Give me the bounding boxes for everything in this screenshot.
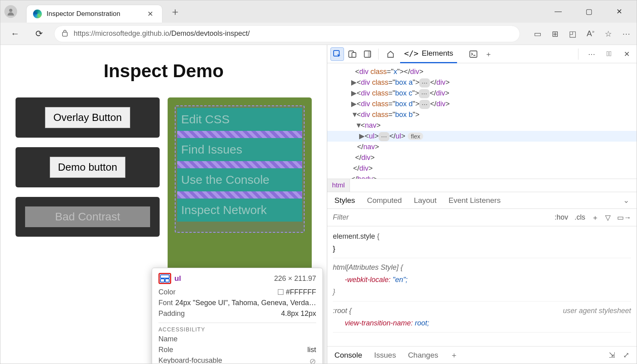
more-tabs-button[interactable]: ＋: [482, 47, 495, 61]
dom-tree[interactable]: <div class="x"></div> ▶<div class="box a…: [327, 63, 637, 179]
drawer-dock-icon[interactable]: ⇲: [609, 350, 615, 360]
styles-filter-row: :hov .cls ＋ ▽ ▭→: [327, 209, 637, 226]
computed-tab[interactable]: Computed: [367, 196, 402, 205]
breadcrumb-item[interactable]: html: [327, 179, 350, 192]
layout-tab[interactable]: Layout: [414, 196, 436, 205]
browser-toolbar: ← ⟳ https://microsoftedge.github.io/Demo…: [0, 23, 637, 45]
tt-color-value: #FFFFFF: [286, 288, 316, 296]
drawer-add-icon[interactable]: ＋: [450, 350, 458, 360]
minimize-button[interactable]: ―: [551, 5, 566, 18]
svg-rect-7: [352, 53, 356, 57]
svg-rect-4: [165, 279, 169, 282]
elements-tab[interactable]: </> Elements: [400, 45, 457, 63]
nav-box: Edit CSS Find Issues Use the Console Ins…: [168, 97, 312, 284]
devtools-panel: </> Elements ＋ ⋯ ？⃝ ✕ <div class="x"></d…: [327, 45, 637, 364]
inspect-element-button[interactable]: [330, 47, 344, 61]
dom-breadcrumb[interactable]: html: [327, 179, 637, 192]
close-button[interactable]: ✕: [612, 5, 626, 18]
collections-icon[interactable]: ◰: [569, 29, 576, 39]
responsive-icon[interactable]: ▭: [534, 29, 541, 39]
browser-titlebar: Inspector Demonstration ✕ ＋ ― ▢ ✕: [0, 0, 637, 23]
inspect-tooltip: ul 226 × 211.97 Color#FFFFFF Font24px "S…: [152, 268, 323, 364]
box-demo: Demo button: [16, 147, 160, 187]
drawer-issues-tab[interactable]: Issues: [374, 351, 396, 360]
styles-filter-input[interactable]: [327, 213, 549, 222]
paint-icon[interactable]: ▽: [605, 213, 611, 222]
tt-acc-role-value: list: [307, 346, 316, 354]
drawer-expand-icon[interactable]: ⤢: [623, 350, 629, 360]
nav-item[interactable]: Find Issues: [177, 138, 302, 161]
computed-toggle-icon[interactable]: ▭→: [617, 213, 631, 222]
welcome-tab[interactable]: [383, 46, 399, 62]
nav-item[interactable]: Edit CSS: [177, 108, 302, 131]
cls-toggle[interactable]: .cls: [574, 213, 585, 222]
ul-highlight[interactable]: Edit CSS Find Issues Use the Console Ins…: [175, 105, 305, 233]
maximize-button[interactable]: ▢: [582, 5, 596, 18]
tt-padding-value: 4.8px 12px: [281, 309, 316, 318]
new-rule-icon[interactable]: ＋: [592, 213, 599, 222]
page-title: Inspect Demo: [16, 60, 312, 82]
tt-acc-kf: Keyboard-focusable: [158, 356, 222, 364]
chevron-down-icon[interactable]: ⌄: [623, 196, 629, 205]
tt-color-label: Color: [158, 288, 176, 296]
flex-gap-indicator: [177, 191, 302, 199]
tt-font-value: 24px "Segoe UI", Tahoma, Geneva, Verda…: [175, 299, 316, 307]
nav-item[interactable]: Inspect Network: [177, 199, 302, 222]
tt-accessibility-header: ACCESSIBILITY: [158, 323, 316, 333]
svg-rect-3: [160, 279, 164, 282]
address-bar[interactable]: https://microsoftedge.github.io/Demos/de…: [55, 26, 520, 42]
lock-icon: [62, 29, 68, 38]
favorites-icon[interactable]: ☆: [605, 29, 612, 39]
forbidden-icon: ⊘: [309, 356, 316, 364]
reload-button[interactable]: ⟳: [31, 26, 47, 41]
tt-acc-role: Role: [158, 346, 173, 354]
devtools-close-icon[interactable]: ✕: [620, 47, 633, 61]
bad-contrast-button[interactable]: Bad Contrast: [25, 206, 150, 227]
event-listeners-tab[interactable]: Event Listeners: [448, 196, 500, 205]
code-icon: </>: [404, 49, 418, 58]
svg-rect-9: [368, 51, 371, 57]
styles-tab[interactable]: Styles: [334, 196, 355, 205]
tooltip-dimensions: 226 × 211.97: [274, 274, 316, 283]
selected-dom-node[interactable]: ▶<ul>⋯</ul>flex: [327, 131, 637, 142]
box-bad: Bad Contrast: [16, 197, 160, 237]
drawer-changes-tab[interactable]: Changes: [408, 351, 438, 360]
tooltip-tag: ul: [174, 274, 181, 283]
svg-rect-10: [470, 51, 477, 57]
new-tab-button[interactable]: ＋: [170, 5, 180, 19]
styles-body[interactable]: element.style { } html[Attributes Style]…: [327, 226, 637, 346]
devtools-more-icon[interactable]: ⋯: [585, 47, 598, 61]
nav-item[interactable]: Use the Console: [177, 168, 302, 191]
flex-gap-indicator: [177, 161, 302, 168]
flex-pill[interactable]: flex: [408, 132, 423, 140]
tab-close-icon[interactable]: ✕: [145, 8, 156, 20]
svg-rect-2: [160, 275, 169, 278]
svg-point-0: [9, 9, 12, 12]
url-text: https://microsoftedge.github.io/Demos/de…: [74, 29, 250, 38]
demo-button[interactable]: Demo button: [50, 157, 126, 178]
color-swatch-icon: [278, 289, 283, 295]
tt-padding-label: Padding: [158, 309, 185, 318]
device-toolbar-button[interactable]: [346, 47, 359, 61]
drawer-console-tab[interactable]: Console: [334, 351, 362, 360]
overlay-button[interactable]: Overlay Button: [45, 107, 130, 128]
profile-avatar[interactable]: [4, 5, 17, 18]
settings-more-icon[interactable]: ⋯: [622, 29, 630, 39]
extensions-icon[interactable]: ⊞: [552, 29, 559, 39]
console-drawer-button[interactable]: [467, 47, 480, 61]
devtools-toolbar: </> Elements ＋ ⋯ ？⃝ ✕: [327, 45, 637, 63]
hov-toggle[interactable]: :hov: [555, 213, 568, 222]
flex-gap-indicator: [177, 131, 302, 138]
box-overlay: Overlay Button: [16, 97, 160, 138]
help-icon[interactable]: ？⃝: [602, 47, 616, 61]
window-controls: ― ▢ ✕: [551, 5, 633, 18]
svg-rect-1: [63, 32, 67, 36]
read-aloud-icon[interactable]: A»: [587, 29, 594, 39]
page-viewport: Inspect Demo Overlay Button Demo button …: [0, 45, 327, 364]
browser-tab[interactable]: Inspector Demonstration ✕: [27, 5, 162, 23]
dock-button[interactable]: [361, 47, 374, 61]
tt-font-label: Font: [158, 299, 173, 307]
devtools-drawer: Console Issues Changes ＋ ⇲ ⤢: [327, 346, 637, 364]
tab-title: Inspector Demonstration: [47, 10, 120, 18]
back-button[interactable]: ←: [7, 26, 23, 41]
